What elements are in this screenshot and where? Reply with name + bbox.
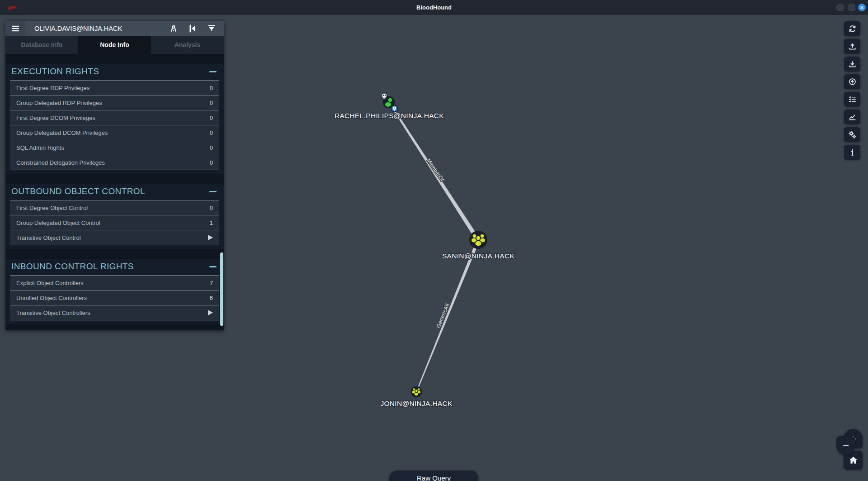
- maximize-button[interactable]: [848, 4, 855, 11]
- row-label: Constrained Delegation Privileges: [16, 159, 105, 166]
- section-outbound-object-control: OUTBOUND OBJECT CONTROL First Degree Obj…: [5, 184, 224, 249]
- row-value: 7: [210, 280, 213, 286]
- row-value: 0: [210, 205, 213, 211]
- upload-data-button[interactable]: [844, 74, 860, 89]
- row-label: Group Delegated DCOM Privileges: [16, 129, 108, 136]
- zoom-controls: + −: [844, 429, 863, 470]
- row-value: 6: [210, 295, 213, 301]
- tab-node-info[interactable]: Node Info: [78, 36, 151, 54]
- sidebar-tabs: Database Info Node Info Analysis: [5, 36, 224, 54]
- download-icon: [848, 60, 857, 68]
- node-label: RACHEL.PHILIPS@NINJA.HACK: [335, 112, 444, 119]
- section-rows: Explicit Object Controllers 7 Unrolled O…: [10, 275, 219, 320]
- row-value: 0: [210, 129, 213, 136]
- search-bar: [5, 21, 224, 36]
- node-sanin[interactable]: SANIN@NINJA.HACK: [442, 231, 514, 260]
- tab-analysis[interactable]: Analysis: [151, 36, 224, 54]
- location-pin-icon: [391, 105, 397, 112]
- line-chart-icon: [848, 113, 857, 121]
- table-row[interactable]: Explicit Object Controllers 7: [10, 276, 219, 291]
- table-row[interactable]: Group Delegated Object Control 1: [10, 215, 219, 230]
- upload-icon: [848, 42, 857, 51]
- filter-button[interactable]: [207, 24, 217, 33]
- row-label: Group Delegated RDP Privileges: [16, 100, 102, 106]
- window-title: BloodHound: [0, 0, 868, 15]
- settings-button[interactable]: [844, 127, 860, 142]
- refresh-icon: [848, 24, 857, 33]
- menu-icon: [12, 25, 19, 32]
- section-inbound-control-rights: INBOUND CONTROL RIGHTS Explicit Object C…: [5, 259, 224, 324]
- table-row[interactable]: Group Delegated RDP Privileges 0: [10, 95, 219, 110]
- row-value: 0: [210, 159, 213, 166]
- checklist-button[interactable]: [844, 92, 860, 107]
- section-header[interactable]: EXECUTION RIGHTS: [5, 64, 224, 80]
- edge-genericall[interactable]: [418, 248, 476, 387]
- table-row[interactable]: Constrained Delegation Privileges 0: [10, 155, 219, 170]
- node-jonin[interactable]: JONIN@NINJA.HACK: [380, 386, 453, 408]
- about-button[interactable]: [844, 145, 860, 160]
- search-input[interactable]: [25, 21, 169, 36]
- bloodhound-window: MemberOf GenericAll RACHEL.PHIL: [0, 0, 868, 481]
- checklist-icon: [848, 95, 857, 104]
- titlebar: BloodHound ×: [0, 0, 868, 15]
- row-label: Group Delegated Object Control: [16, 219, 100, 226]
- tab-database-info[interactable]: Database Info: [5, 36, 78, 54]
- row-label: First Degree DCOM Privileges: [16, 114, 95, 121]
- back-button[interactable]: [188, 24, 198, 33]
- chart-button[interactable]: [844, 110, 860, 124]
- expand-arrow-icon: [208, 310, 213, 315]
- close-button[interactable]: ×: [858, 4, 866, 11]
- upload-button[interactable]: [844, 39, 860, 54]
- info-icon: [848, 148, 857, 157]
- download-button[interactable]: [844, 57, 860, 71]
- row-label: First Degree RDP Privileges: [16, 85, 90, 91]
- pathfinding-button[interactable]: [169, 24, 179, 33]
- section-header[interactable]: OUTBOUND OBJECT CONTROL: [5, 184, 224, 200]
- table-row[interactable]: Transitive Object Controllers: [10, 305, 219, 320]
- table-row[interactable]: Transitive Object Control: [10, 230, 219, 245]
- table-row[interactable]: Unrolled Object Controllers 6: [10, 291, 219, 305]
- sidebar-scrollbar[interactable]: [220, 252, 223, 326]
- section-rows: First Degree Object Control 0 Group Dele…: [10, 200, 219, 245]
- minimize-button[interactable]: [836, 4, 844, 11]
- expand-arrow-icon: [208, 235, 213, 240]
- section-title: INBOUND CONTROL RIGHTS: [11, 262, 134, 271]
- table-row[interactable]: SQL Admin Rights 0: [10, 140, 219, 155]
- table-row[interactable]: First Degree DCOM Privileges 0: [10, 110, 219, 125]
- refresh-button[interactable]: [844, 21, 860, 36]
- skip-back-icon: [189, 24, 196, 33]
- collapse-minus-icon: [209, 71, 217, 72]
- row-value: 0: [210, 100, 213, 106]
- collapse-minus-icon: [209, 266, 217, 267]
- row-label: Transitive Object Controllers: [16, 310, 90, 316]
- raw-query-button[interactable]: Raw Query: [389, 471, 478, 481]
- section-execution-rights: EXECUTION RIGHTS First Degree RDP Privil…: [5, 64, 224, 174]
- right-toolbar: [844, 21, 860, 160]
- home-icon: [849, 456, 858, 464]
- zoom-out-button[interactable]: −: [836, 436, 855, 455]
- collapse-minus-icon: [209, 191, 217, 192]
- upload-circle-icon: [848, 77, 857, 86]
- sidebar-panel: Database Info Node Info Analysis EXECUTI…: [5, 21, 224, 330]
- row-label: First Degree Object Control: [16, 205, 88, 211]
- menu-button[interactable]: [5, 21, 25, 36]
- node-label: JONIN@NINJA.HACK: [380, 400, 453, 407]
- row-label: Explicit Object Controllers: [16, 280, 84, 286]
- edge-label-memberof: MemberOf: [426, 158, 445, 183]
- row-value: 0: [210, 114, 213, 121]
- pathfinding-route-icon: [169, 24, 178, 33]
- section-title: OUTBOUND OBJECT CONTROL: [11, 186, 145, 196]
- row-label: SQL Admin Rights: [16, 144, 64, 151]
- settings-gears-icon: [848, 130, 857, 139]
- node-rachel-philips[interactable]: RACHEL.PHILIPS@NINJA.HACK: [335, 94, 444, 119]
- table-row[interactable]: Group Delegated DCOM Privileges 0: [10, 125, 219, 140]
- row-value: 1: [210, 219, 213, 226]
- row-label: Transitive Object Control: [16, 234, 81, 241]
- table-row[interactable]: First Degree RDP Privileges 0: [10, 81, 219, 95]
- row-value: 0: [210, 85, 213, 91]
- row-value: 0: [210, 144, 213, 151]
- section-header[interactable]: INBOUND CONTROL RIGHTS: [5, 259, 224, 275]
- row-label: Unrolled Object Controllers: [16, 295, 87, 301]
- table-row[interactable]: First Degree Object Control 0: [10, 200, 219, 215]
- section-title: EXECUTION RIGHTS: [11, 67, 99, 76]
